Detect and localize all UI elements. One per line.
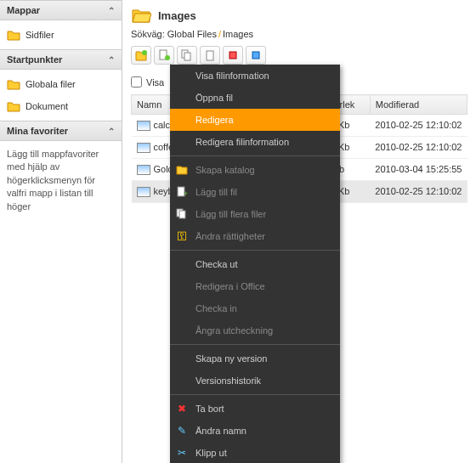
context-menu-label: Skapa ny version <box>196 353 267 364</box>
toolbar-btn-2[interactable] <box>154 46 174 65</box>
image-icon <box>137 165 150 175</box>
toolbar-btn-4[interactable] <box>200 46 220 65</box>
image-icon <box>137 143 150 153</box>
favorites-help-text: Lägg till mappfavoriter med hjälp av hög… <box>0 141 122 220</box>
context-menu-label: Lägg till fil <box>196 187 237 197</box>
sidebar-item-globala-filer[interactable]: Globala filer <box>0 73 122 95</box>
context-menu-label: Ändra rättigheter <box>196 231 265 241</box>
delete-icon: ✖ <box>175 402 189 415</box>
sidebar-section-title: Startpunkter <box>7 54 62 65</box>
breadcrumb-part[interactable]: Images <box>223 29 253 39</box>
file-modified: 2010-03-04 15:25:55 <box>370 159 467 181</box>
context-menu-item[interactable]: Checka ut <box>170 253 340 275</box>
context-menu-label: Skapa katalog <box>196 165 255 175</box>
breadcrumb-separator: / <box>218 29 221 39</box>
sidebar-section-startpunkter[interactable]: Startpunkter ⌃ <box>0 49 122 70</box>
key-icon: ⚿ <box>175 229 189 243</box>
svg-rect-11 <box>179 211 185 218</box>
toolbar-btn-3[interactable] <box>177 46 197 65</box>
context-menu-label: Redigera <box>196 115 234 125</box>
toolbar-btn-1[interactable] <box>131 46 151 65</box>
context-menu-separator <box>170 394 340 395</box>
rename-icon: ✎ <box>175 424 189 438</box>
svg-text:+: + <box>184 189 188 198</box>
folder-icon <box>7 99 20 113</box>
chevron-up-icon: ⌃ <box>108 127 115 136</box>
sidebar-item-label: Globala filer <box>26 79 76 89</box>
col-modified[interactable]: Modifierad <box>370 95 467 115</box>
context-menu-label: Ta bort <box>196 404 224 414</box>
context-menu-item[interactable]: Redigera filinformation <box>170 131 340 153</box>
image-icon <box>137 187 150 197</box>
svg-point-2 <box>165 55 170 60</box>
context-menu-item[interactable]: Skapa ny version <box>170 347 340 370</box>
context-menu-item[interactable]: Versionshistorik <box>170 370 340 392</box>
file-modified: 2010-02-25 12:10:02 <box>370 115 467 137</box>
folder-icon <box>7 28 20 42</box>
path-label: Sökväg: <box>131 29 165 39</box>
context-menu-label: Lägg till flera filer <box>196 209 266 219</box>
toolbar-btn-5[interactable] <box>223 46 243 65</box>
sidebar-item-sidfiler[interactable]: Sidfiler <box>0 24 122 46</box>
sidebar-section-favoriter[interactable]: Mina favoriter ⌃ <box>0 121 122 141</box>
context-menu-label: Öppna fil <box>196 93 233 103</box>
svg-rect-6 <box>230 52 236 59</box>
folder-open-icon <box>131 7 151 24</box>
context-menu-item: Redigera i Office <box>170 275 340 297</box>
breadcrumb: Sökväg: Global Files/Images <box>131 29 468 39</box>
svg-rect-7 <box>252 52 259 59</box>
context-menu-item[interactable]: Öppna fil <box>170 87 340 109</box>
show-all-label: Visa <box>146 77 164 88</box>
sidebar-section-title: Mappar <box>7 5 40 15</box>
context-menu-item: +Lägg till fil <box>170 181 340 203</box>
context-menu-label: Visa filinformation <box>196 71 269 81</box>
svg-rect-5 <box>207 51 213 60</box>
context-menu-label: Ångra utcheckning <box>196 325 273 336</box>
context-menu-item[interactable]: ✎Ändra namn <box>170 420 340 442</box>
chevron-up-icon: ⌃ <box>108 55 115 65</box>
context-menu: Visa filinformationÖppna filRedigeraRedi… <box>170 65 340 463</box>
context-menu-separator <box>170 344 340 345</box>
sidebar-item-dokument[interactable]: Dokument <box>0 95 122 117</box>
context-menu-separator <box>170 250 340 251</box>
chevron-up-icon: ⌃ <box>108 6 115 15</box>
image-icon <box>137 121 150 131</box>
folder-new-icon <box>175 163 189 177</box>
context-menu-item: Lägg till flera filer <box>170 203 340 225</box>
cut-icon: ✂ <box>175 446 189 460</box>
context-menu-separator <box>170 155 340 156</box>
context-menu-item: Ångra utcheckning <box>170 319 340 342</box>
context-menu-label: Checka in <box>196 303 237 313</box>
context-menu-label: Versionshistorik <box>196 375 261 386</box>
context-menu-item[interactable]: ✖Ta bort <box>170 398 340 420</box>
file-modified: 2010-02-25 12:10:02 <box>370 181 467 203</box>
context-menu-item[interactable]: ✂Klipp ut <box>170 442 340 463</box>
context-menu-label: Klipp ut <box>196 448 227 458</box>
sidebar: Mappar ⌃ Sidfiler Startpunkter ⌃ Globala… <box>0 0 122 463</box>
file-modified: 2010-02-25 12:10:02 <box>370 137 467 159</box>
context-menu-label: Ändra namn <box>196 426 246 436</box>
files-add-icon <box>175 207 189 221</box>
sidebar-section-title: Mina favoriter <box>7 126 68 136</box>
context-menu-item: ⚿Ändra rättigheter <box>170 225 340 247</box>
show-all-checkbox[interactable] <box>131 76 142 88</box>
toolbar-btn-6[interactable] <box>246 46 266 65</box>
context-menu-item[interactable]: Visa filinformation <box>170 65 340 87</box>
context-menu-label: Checka ut <box>196 259 238 269</box>
context-menu-item: Skapa katalog <box>170 159 340 181</box>
context-menu-item: Checka in <box>170 297 340 319</box>
sidebar-item-label: Sidfiler <box>26 30 54 40</box>
sidebar-item-label: Dokument <box>26 101 68 111</box>
svg-point-0 <box>142 50 147 55</box>
file-add-icon: + <box>175 185 189 199</box>
folder-icon <box>7 77 20 91</box>
sidebar-section-mappar[interactable]: Mappar ⌃ <box>0 0 122 20</box>
svg-rect-4 <box>184 53 190 60</box>
context-menu-label: Redigera i Office <box>196 281 265 291</box>
page-title: Images <box>158 9 196 22</box>
context-menu-item[interactable]: Redigera <box>170 109 340 131</box>
breadcrumb-part[interactable]: Global Files <box>167 29 217 39</box>
context-menu-label: Redigera filinformation <box>196 137 289 147</box>
